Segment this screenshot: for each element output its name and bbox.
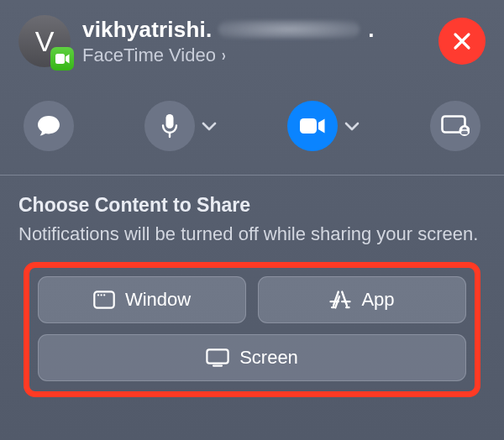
contact-avatar: V [18,15,71,67]
share-control [430,101,480,151]
call-header: V vikhyatrishi. . FaceTime Video › [0,0,504,82]
messages-button[interactable] [24,101,74,151]
camera-options-chevron[interactable] [344,122,360,131]
share-screen-option-button[interactable]: Screen [38,334,466,381]
mic-control [144,101,217,151]
svg-rect-15 [207,349,228,363]
share-panel-subtitle: Notifications will be turned off while s… [18,222,486,247]
share-panel: Choose Content to Share Notifications wi… [0,175,504,416]
contact-name-prefix: vikhyatrishi. [82,17,212,43]
contact-name-row: vikhyatrishi. . [82,17,427,43]
share-window-label: Window [125,289,191,311]
share-window-button[interactable]: Window [38,276,246,323]
svg-point-8 [97,294,99,296]
svg-point-9 [100,294,102,296]
screen-icon [206,348,229,367]
svg-point-5 [459,125,470,136]
mic-button[interactable] [144,101,195,151]
call-controls [0,82,504,175]
microphone-icon [161,113,178,139]
mic-options-chevron[interactable] [202,122,217,131]
chevron-right-icon: › [222,45,226,65]
share-screen-button[interactable] [430,101,480,151]
close-icon [453,32,471,50]
camera-control [287,101,360,151]
svg-rect-3 [300,118,317,134]
message-icon [36,114,61,138]
svg-rect-0 [55,54,65,64]
share-options-highlight: Window App [24,262,480,397]
share-screen-label: Screen [239,347,298,369]
camera-icon [299,117,326,135]
contact-info: vikhyatrishi. . FaceTime Video › [82,17,427,66]
camera-button[interactable] [287,101,338,151]
share-panel-title: Choose Content to Share [18,194,486,217]
svg-point-10 [103,294,105,296]
share-app-label: App [361,289,394,311]
chevron-down-icon [344,122,360,131]
end-call-button[interactable] [438,18,486,65]
window-icon [93,291,115,309]
call-type-label: FaceTime Video [82,45,216,66]
messages-control [24,101,74,151]
call-type-row[interactable]: FaceTime Video › [82,45,427,66]
share-screen-icon [441,115,470,137]
chevron-down-icon [202,122,217,131]
facetime-badge-icon [50,47,74,71]
svg-rect-1 [166,114,174,128]
app-icon [329,290,351,310]
contact-name-trailing-dot: . [368,17,374,43]
contact-name-redacted [218,20,360,39]
svg-rect-7 [94,291,113,307]
svg-rect-6 [461,131,468,134]
share-app-button[interactable]: App [258,276,466,323]
